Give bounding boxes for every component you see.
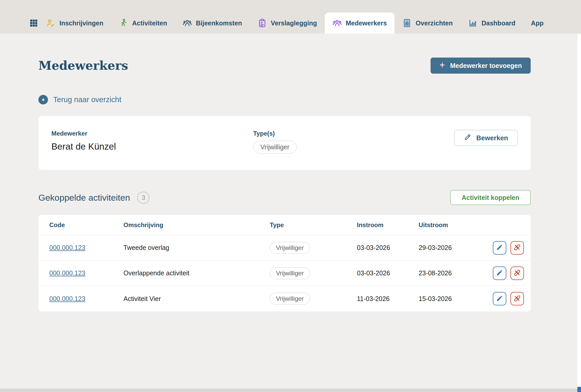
- instroom-date: 11-03-2026: [357, 295, 419, 303]
- pencil-icon: [496, 244, 503, 252]
- scrollbar-corner: [577, 387, 581, 392]
- pencil-icon: [464, 133, 472, 143]
- tab-medewerkers[interactable]: Medewerkers: [325, 12, 395, 34]
- column-header-omschrijving: Omschrijving: [123, 221, 270, 229]
- bar-chart-icon: [468, 18, 478, 28]
- column-header-type: Type: [270, 221, 357, 229]
- tab-bijeenkomsten[interactable]: Bijeenkomsten: [175, 12, 250, 34]
- employee-label: Medewerker: [51, 130, 253, 137]
- table-header-row: Code Omschrijving Type Instroom Uitstroo…: [38, 215, 531, 235]
- horizontal-scrollbar[interactable]: [0, 389, 577, 392]
- edit-activity-button[interactable]: [493, 267, 506, 280]
- app-grid-button[interactable]: [29, 12, 38, 34]
- plus-icon: +: [439, 60, 445, 70]
- unlink-icon: [513, 243, 521, 252]
- activity-description: Tweede overlag: [123, 244, 270, 251]
- tab-dashboard[interactable]: Dashboard: [460, 12, 523, 34]
- row-actions: [493, 241, 524, 255]
- row-actions: [493, 267, 524, 280]
- count-badge: 3: [137, 192, 149, 204]
- uitstroom-date: 15-03-2026: [419, 295, 493, 303]
- activity-code-link[interactable]: 000.000.123: [49, 269, 85, 277]
- table-row: 000.000.123 Activiteit Vier Vrijwilliger…: [38, 286, 531, 311]
- edit-button-label: Bewerken: [476, 134, 508, 142]
- linked-activities-header: Gekoppelde activiteiten 3 Activiteit kop…: [38, 190, 531, 205]
- type-chip: Vrijwilliger: [270, 267, 310, 279]
- back-link-label: Terug naar overzicht: [53, 95, 121, 104]
- person-edit-icon: [46, 18, 56, 28]
- row-actions: [493, 292, 524, 305]
- vertical-scrollbar[interactable]: [577, 34, 581, 389]
- types-label: Type(s): [253, 130, 454, 137]
- link-activity-button[interactable]: Activiteit koppelen: [450, 190, 531, 205]
- unlink-icon: [513, 295, 521, 303]
- instroom-date: 03-03-2026: [357, 244, 419, 251]
- tab-label: Overzichten: [416, 19, 453, 27]
- tab-label: Bijeenkomsten: [196, 19, 242, 27]
- employee-name: Berat de Künzel: [51, 141, 253, 152]
- tab-activiteiten[interactable]: Activiteiten: [111, 12, 175, 34]
- top-navigation: Inschrijvingen Activiteiten Bijeenkomste…: [0, 0, 581, 34]
- activity-code-link[interactable]: 000.000.123: [49, 244, 85, 251]
- activity-description: Activiteit Vier: [123, 295, 270, 303]
- tab-inschrijvingen[interactable]: Inschrijvingen: [38, 12, 111, 34]
- tab-verslaglegging[interactable]: Verslaglegging: [250, 12, 325, 34]
- activity-description: Overlappende activiteit: [123, 269, 270, 277]
- type-chip: Vrijwilliger: [270, 293, 310, 305]
- edit-activity-button[interactable]: [493, 292, 506, 305]
- unlink-activity-button[interactable]: [510, 241, 524, 255]
- type-chip: Vrijwilliger: [253, 141, 297, 153]
- tab-label: Dashboard: [481, 19, 515, 27]
- back-link[interactable]: Terug naar overzicht: [38, 95, 121, 104]
- people-group-icon: [333, 18, 342, 28]
- edit-activity-button[interactable]: [493, 241, 506, 255]
- tab-label: Medewerkers: [346, 19, 387, 27]
- spreadsheet-icon: [402, 18, 412, 28]
- unlink-icon: [513, 269, 521, 277]
- employee-column: Medewerker Berat de Künzel: [51, 130, 253, 152]
- tab-label: Activiteiten: [132, 19, 167, 27]
- main-content: Medewerkers + Medewerker toevoegen Terug…: [38, 34, 531, 311]
- activity-code-link[interactable]: 000.000.123: [49, 295, 85, 302]
- pencil-icon: [496, 295, 503, 303]
- tab-label: Inschrijvingen: [59, 19, 103, 27]
- tab-overzichten[interactable]: Overzichten: [395, 12, 460, 34]
- activities-table: Code Omschrijving Type Instroom Uitstroo…: [38, 215, 531, 311]
- type-chip: Vrijwilliger: [270, 242, 310, 254]
- tab-label: App: [531, 19, 544, 27]
- tab-app[interactable]: App: [523, 12, 551, 34]
- unlink-activity-button[interactable]: [510, 267, 524, 280]
- page-header: Medewerkers + Medewerker toevoegen: [38, 58, 531, 74]
- page-title: Medewerkers: [38, 59, 128, 73]
- pencil-icon: [496, 269, 503, 277]
- section-title: Gekoppelde activiteiten: [38, 193, 130, 203]
- add-medewerker-label: Medewerker toevoegen: [450, 62, 522, 69]
- tab-label: Verslaglegging: [271, 19, 317, 27]
- instroom-date: 03-03-2026: [357, 269, 419, 277]
- grid-icon: [29, 18, 38, 28]
- column-header-instroom: Instroom: [357, 221, 419, 229]
- table-row: 000.000.123 Tweede overlag Vrijwilliger …: [38, 235, 531, 261]
- column-header-code: Code: [49, 221, 123, 229]
- employee-card: Medewerker Berat de Künzel Type(s) Vrijw…: [38, 116, 531, 170]
- uitstroom-date: 23-08-2026: [419, 269, 493, 277]
- edit-button[interactable]: Bewerken: [454, 130, 518, 146]
- table-row: 000.000.123 Overlappende activiteit Vrij…: [38, 261, 531, 286]
- add-medewerker-button[interactable]: + Medewerker toevoegen: [431, 58, 531, 74]
- uitstroom-date: 29-03-2026: [419, 244, 493, 251]
- types-column: Type(s) Vrijwilliger: [253, 130, 454, 153]
- walking-person-icon: [119, 18, 128, 28]
- column-header-uitstroom: Uitstroom: [419, 221, 493, 229]
- unlink-activity-button[interactable]: [510, 292, 524, 305]
- back-arrow-icon: [38, 95, 48, 104]
- people-group-icon: [183, 18, 192, 28]
- clipboard-checklist-icon: [258, 18, 267, 28]
